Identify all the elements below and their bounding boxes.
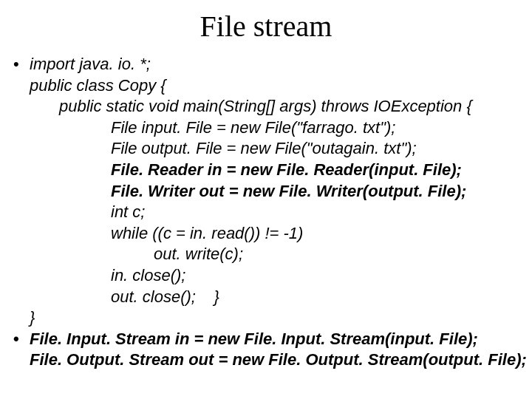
code-line: • import java. io. *; [13, 54, 519, 75]
code-text: in. close(); [111, 265, 519, 287]
slide: File stream • import java. io. *; public… [0, 0, 532, 399]
code-line: File. Writer out = new File. Writer(outp… [13, 181, 519, 202]
code-text: import java. io. *; [30, 54, 519, 75]
code-line: int c; [13, 202, 519, 223]
code-text: out. write(c); [154, 244, 519, 265]
code-line: File. Output. Stream out = new File. Out… [13, 349, 519, 371]
code-line: File. Reader in = new File. Reader(input… [13, 160, 519, 181]
code-text: while ((c = in. read()) != -1) [111, 223, 519, 245]
code-text: File. Output. Stream out = new File. Out… [30, 349, 527, 371]
code-line: File output. File = new File("outagain. … [13, 138, 519, 160]
code-line: • File. Input. Stream in = new File. Inp… [13, 329, 519, 350]
slide-title: File stream [13, 9, 519, 44]
code-text: } [30, 307, 519, 329]
code-text: out. close(); } [111, 287, 519, 308]
code-text: int c; [111, 202, 519, 223]
code-text: File. Reader in = new File. Reader(input… [111, 160, 519, 181]
bullet-icon: • [13, 329, 30, 350]
code-text: File. Writer out = new File. Writer(outp… [111, 181, 519, 202]
code-line: public class Copy { [13, 75, 519, 97]
code-line: in. close(); [13, 265, 519, 287]
code-text: File. Input. Stream in = new File. Input… [30, 329, 519, 350]
code-text: File output. File = new File("outagain. … [111, 138, 519, 160]
bullet-icon: • [13, 54, 30, 75]
slide-body: • import java. io. *; public class Copy … [13, 54, 519, 371]
code-text: File input. File = new File("farrago. tx… [111, 117, 519, 139]
code-line: while ((c = in. read()) != -1) [13, 223, 519, 245]
code-text: public static void main(String[] args) t… [59, 96, 519, 117]
code-text: public class Copy { [30, 75, 519, 97]
code-line: out. close(); } [13, 287, 519, 308]
code-line: File input. File = new File("farrago. tx… [13, 117, 519, 139]
code-line: public static void main(String[] args) t… [13, 96, 519, 117]
code-line: } [13, 307, 519, 329]
code-line: out. write(c); [13, 244, 519, 265]
